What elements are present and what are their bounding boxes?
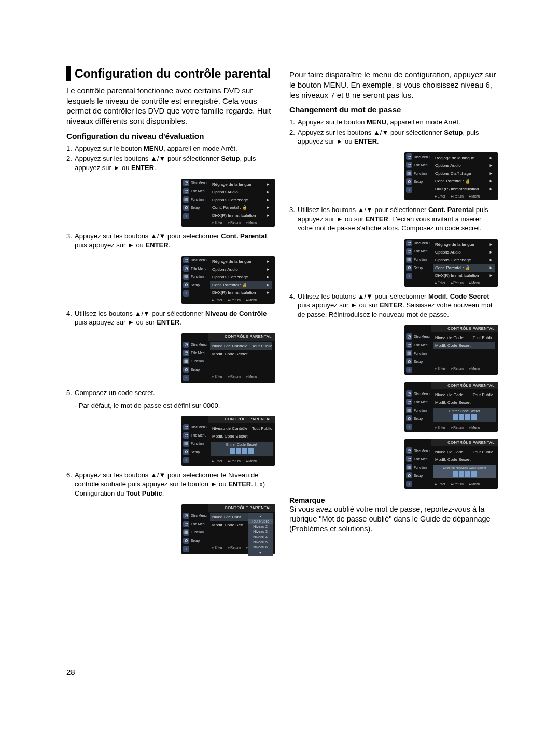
r-step-4: Utilisez les boutons ▲/▼ pour sélectionn… (289, 292, 498, 319)
osd-level-dropdown: CONTRÔLE PARENTAL ◔Disc Menu ◔Title Menu… (181, 504, 275, 554)
function-icon: ▦ (183, 196, 189, 203)
step-5: Composez un code secret. (66, 388, 275, 398)
osd-parental-code: CONTRÔLE PARENTAL ◔Disc Menu ◔Title Menu… (404, 325, 498, 375)
osd-row: Réglage de la langue► (210, 180, 272, 188)
r-step-3: Utilisez les boutons ▲/▼ pour sélectionn… (289, 205, 498, 233)
left-column: Configuration du contrôle parental Le co… (66, 66, 275, 559)
osd-enter-new-code: CONTRÔLE PARENTAL ◔Disc Menu ◔Title Menu… (404, 439, 498, 489)
osd-setup-menu-highlighted: ◔Disc Menu ◔Title Menu ▦Function ✿Setup … (181, 256, 275, 304)
subsection-title-password: Changement du mot de passe (289, 105, 498, 115)
steps-list: Appuyez sur le bouton MENU, appareil en … (66, 144, 275, 174)
step-2: Appuyez sur les boutons ▲/▼ pour sélecti… (66, 154, 275, 172)
osd-setup-menu: ◔Disc Menu ◔Title Menu ▦Function ✿Setup … (404, 152, 498, 200)
right-column: Pour faire disparaître le menu de config… (289, 66, 498, 559)
section-title: Configuration du contrôle parental (75, 66, 275, 81)
section-header-block: Configuration du contrôle parental (66, 66, 275, 81)
nav-icon: ▫ (183, 213, 189, 219)
remarque-text: Si vous avez oublié votre mot de passe, … (289, 504, 498, 534)
r-step-2: Appuyez sur les boutons ▲/▼ pour sélecti… (289, 128, 498, 146)
step-3: Appuyez sur les boutons ▲/▼ pour sélecti… (66, 232, 275, 250)
osd-enter-code: CONTRÔLE PARENTAL ◔Disc Menu ◔Title Menu… (404, 382, 498, 432)
setup-icon: ✿ (183, 205, 189, 211)
step-1: Appuyez sur le bouton MENU, appareil en … (66, 144, 275, 153)
step-5-note: - Par défaut, le mot de passe est défini… (66, 401, 275, 411)
osd-enter-code: CONTRÔLE PARENTAL ◔Disc Menu ◔Title Menu… (181, 416, 275, 466)
remarque-heading: Remarque (289, 496, 498, 504)
page-number: 28 (66, 668, 75, 677)
subsection-title: Configuration du niveau d'évaluation (66, 132, 275, 141)
osd-parental-menu: CONTRÔLE PARENTAL ◔Disc Menu ◔Title Menu… (181, 333, 275, 383)
title-icon: ◔ (183, 188, 189, 194)
step-4: Utilisez les boutons ▲/▼ pour sélectionn… (66, 309, 275, 327)
step-6: Appuyez sur les boutons ▲/▼ pour sélecti… (66, 471, 275, 498)
osd-sidebar: ◔Disc Menu ◔Title Menu ▦Function ✿Setup … (181, 179, 208, 220)
level-dropdown: ▲ Tout Public Niveau 2 Niveau 3 Niveau 4… (248, 513, 273, 556)
right-intro: Pour faire disparaître le menu de config… (289, 69, 498, 100)
osd-setup-menu: ◔Disc Menu ◔Title Menu ▦Function ✿Setup … (181, 179, 275, 227)
disc-icon: ◔ (183, 180, 189, 186)
intro-text: Le contrôle parental fonctionne avec cer… (66, 86, 275, 126)
r-step-1: Appuyez sur le bouton MENU, appareil en … (289, 118, 498, 127)
osd-setup-menu-highlighted: ◔Disc Menu ◔Title Menu ▦Function ✿Setup … (404, 239, 498, 287)
lock-icon: 🔒 (242, 205, 247, 210)
